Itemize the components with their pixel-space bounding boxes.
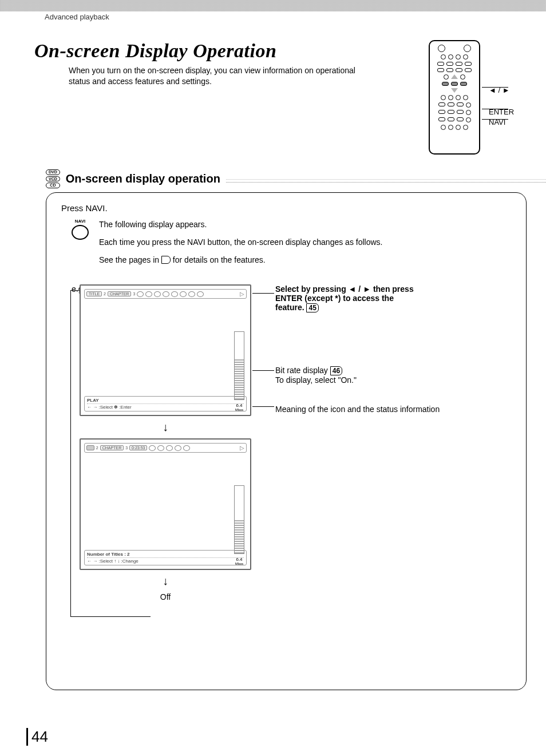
badge-dvd: DVD bbox=[46, 169, 60, 175]
osd1-play-label: PLAY bbox=[87, 398, 244, 404]
callout-bitrate: Bit rate display 46 To display, select "… bbox=[275, 366, 357, 385]
osd2-title-num: 2 bbox=[96, 446, 98, 450]
breadcrumb: Advanced playback bbox=[45, 13, 109, 21]
osd2-chapter-tag: CHAPTER bbox=[100, 445, 124, 450]
page-number: 44 bbox=[26, 728, 48, 746]
page-ref-box-icon bbox=[161, 256, 171, 264]
osd-screen-1: TITLE 2 CHAPTER 3 ▷ 6.4 Mbps PLAY ← → :S… bbox=[80, 284, 251, 416]
section-title: On-screen display operation bbox=[66, 172, 220, 185]
remote-diagram bbox=[429, 40, 480, 155]
osd2-time: 0:23:53 bbox=[129, 445, 147, 450]
osd1-hint: ← → :Select ✽ :Enter bbox=[87, 405, 244, 410]
body-line2: Each time you press the NAVI button, the… bbox=[99, 236, 382, 248]
leader-line bbox=[482, 87, 508, 88]
disc-badges: DVD VCD CD bbox=[46, 169, 60, 188]
osd1-title-tag: TITLE bbox=[86, 291, 102, 296]
osd1-chapter-tag: CHAPTER bbox=[108, 291, 131, 296]
navi-button-label: NAVI bbox=[75, 219, 86, 224]
leader-line bbox=[70, 616, 151, 617]
osd2-titles: Number of Titles : 2 bbox=[87, 552, 244, 558]
page-ref-45: 45 bbox=[306, 303, 318, 312]
see-pages: See the pages in for details on the feat… bbox=[99, 254, 382, 266]
leader-line bbox=[70, 290, 71, 616]
osd1-more-icon: ▷ bbox=[240, 291, 244, 297]
osd2-chapter-num: 3 bbox=[125, 446, 128, 450]
navi-button-icon: NAVI bbox=[70, 219, 90, 240]
badge-vcd: VCD bbox=[46, 176, 60, 182]
leader-line bbox=[482, 119, 508, 120]
dotted-rule bbox=[226, 179, 546, 183]
top-strip bbox=[0, 0, 546, 11]
osd1-chapter-num: 3 bbox=[133, 292, 135, 296]
instruction-panel: Press NAVI. NAVI The following display a… bbox=[46, 192, 527, 690]
leader-line bbox=[70, 290, 78, 291]
intro-text: When you turn on the on-screen display, … bbox=[69, 65, 366, 87]
leader-line bbox=[482, 109, 508, 109]
osd1-title-num: 2 bbox=[104, 292, 106, 296]
bitrate-meter bbox=[234, 485, 244, 554]
leader-line bbox=[252, 370, 274, 371]
badge-cd: CD bbox=[46, 183, 60, 188]
callout-meaning: Meaning of the icon and the status infor… bbox=[275, 405, 440, 414]
body-line1: The following display appears. bbox=[99, 219, 382, 231]
osd-screen-2: 2 CHAPTER 3 0:23:53 ▷ 6.4 Mbps Number of… bbox=[80, 438, 251, 570]
leader-line bbox=[252, 406, 274, 407]
bitrate-meter bbox=[234, 331, 244, 400]
page-ref-46: 46 bbox=[330, 366, 342, 375]
off-label: Off bbox=[80, 592, 251, 601]
down-arrow-icon: ↓ bbox=[80, 421, 251, 434]
callout-select: Select by pressing ◄ / ► then press ENTE… bbox=[275, 284, 414, 312]
leader-line bbox=[252, 293, 274, 294]
down-arrow-icon: ↓ bbox=[80, 575, 251, 588]
osd2-more-icon: ▷ bbox=[240, 445, 244, 451]
osd2-hint: ← → :Select ↑ ↓ :Change bbox=[87, 559, 244, 564]
press-navi-text: Press NAVI. bbox=[61, 203, 511, 213]
osd2-title-highlight bbox=[86, 445, 94, 450]
